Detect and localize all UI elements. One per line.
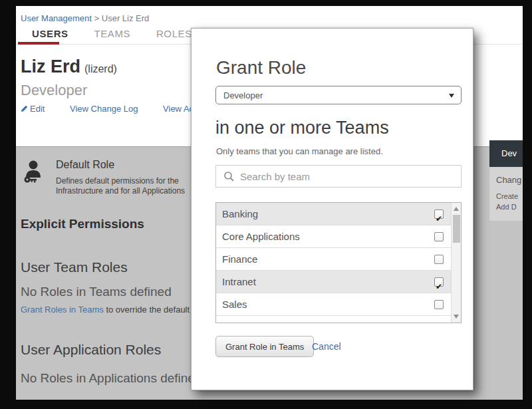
modal-subtitle: in one or more Teams: [215, 118, 389, 138]
user-application-roles-heading: User Application Roles: [21, 342, 161, 358]
modal-title: Grant Role: [216, 57, 306, 78]
list-item-finance[interactable]: Finance: [216, 248, 461, 271]
role-card-body: Chang Create Add D: [489, 167, 523, 221]
role-card-panel: Dev Chang Create Add D: [489, 140, 523, 221]
grant-role-modal: Grant Role Developer in one or more Team…: [191, 28, 473, 390]
chevron-down-icon: [449, 94, 454, 98]
edit-link[interactable]: Edit: [21, 104, 45, 114]
search-icon: [223, 171, 235, 185]
role-select-value: Developer: [223, 90, 263, 100]
pencil-icon: [21, 104, 30, 114]
app-page: User Management > User Liz Erd USERS TEA…: [16, 6, 523, 400]
list-item-banking[interactable]: Banking: [216, 203, 461, 225]
list-item-test-team[interactable]: Test_Team: [216, 316, 461, 323]
breadcrumb-current: User Liz Erd: [102, 13, 150, 23]
role-card-line: Add D: [496, 202, 523, 212]
list-scrollbar[interactable]: [451, 203, 461, 323]
checkbox[interactable]: [434, 255, 444, 264]
no-team-roles-text: No Roles in Teams defined: [21, 285, 172, 299]
role-card-heading: Chang: [496, 175, 523, 185]
team-search-box: [215, 165, 462, 188]
list-item-intranet[interactable]: Intranet: [216, 271, 461, 293]
grant-roles-in-teams-link[interactable]: Grant Roles in Teams: [21, 305, 104, 315]
breadcrumb-separator: >: [94, 13, 100, 23]
default-role-icon: [22, 160, 43, 188]
search-input[interactable]: [240, 166, 457, 186]
list-item-core-applications[interactable]: Core Applications: [216, 225, 461, 248]
scroll-up-icon[interactable]: [454, 207, 459, 211]
tab-roles[interactable]: ROLES: [156, 28, 192, 45]
tab-bar: USERS TEAMS ROLES: [32, 28, 215, 45]
role-card-header: Dev: [489, 140, 523, 167]
checkbox[interactable]: [434, 300, 444, 309]
scroll-down-icon[interactable]: [454, 315, 459, 319]
role-card-line: Create: [496, 191, 523, 202]
checkbox[interactable]: [434, 277, 444, 287]
page-title: Liz Erd(lizerd): [21, 57, 117, 77]
explicit-permissions-heading: Explicit Permissions: [21, 217, 144, 231]
checkbox[interactable]: [434, 232, 444, 241]
modal-note: Only teams that you can manage are liste…: [216, 146, 383, 156]
user-team-roles-heading: User Team Roles: [21, 259, 128, 275]
list-item-sales[interactable]: Sales: [216, 293, 461, 316]
checkbox[interactable]: [434, 209, 444, 219]
breadcrumb-link-user-management[interactable]: User Management: [21, 13, 92, 23]
breadcrumb: User Management > User Liz Erd: [21, 13, 149, 23]
cancel-button[interactable]: Cancel: [312, 341, 341, 352]
checkbox[interactable]: [434, 323, 444, 323]
user-role-label: Developer: [21, 82, 87, 99]
role-select[interactable]: Developer: [215, 86, 462, 104]
active-tab-underline: [18, 42, 59, 45]
user-username: (lizerd): [84, 63, 117, 74]
view-change-log-link[interactable]: View Change Log: [70, 104, 138, 114]
grant-roles-line: Grant Roles in Teams to override the def…: [21, 305, 213, 315]
scrollbar-thumb[interactable]: [453, 215, 460, 243]
default-role-description: Defines default permissions for the Infr…: [56, 176, 185, 196]
no-application-roles-text: No Roles in Applications defined: [21, 371, 202, 386]
grant-role-in-teams-button[interactable]: Grant Role in Teams: [215, 336, 314, 357]
tab-teams[interactable]: TEAMS: [94, 28, 130, 45]
default-role-title: Default Role: [56, 159, 114, 171]
screenshot-frame: User Management > User Liz Erd USERS TEA…: [0, 0, 532, 409]
team-list: Banking Core Applications Finance Intran…: [215, 202, 462, 323]
user-name: Liz Erd: [21, 57, 80, 76]
